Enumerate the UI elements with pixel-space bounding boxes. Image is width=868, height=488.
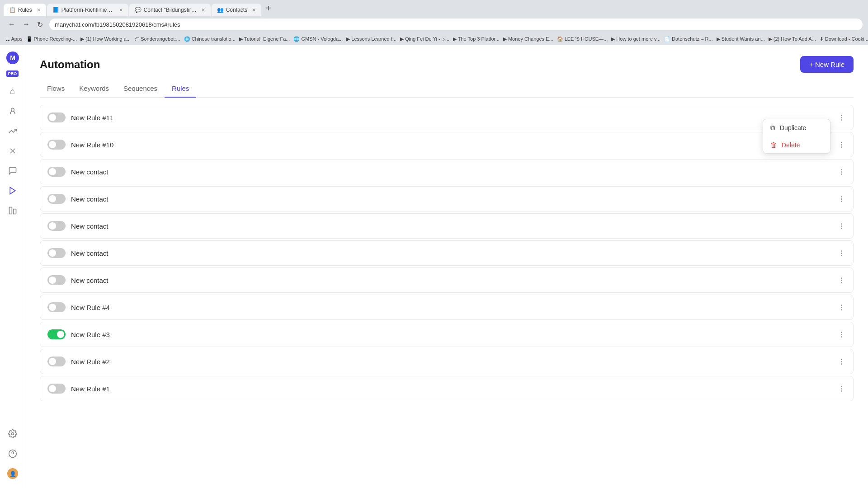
rule-toggle-3[interactable] (47, 329, 66, 339)
rule-name-10: New Rule #10 (71, 141, 832, 149)
rule-menu-button-nc1[interactable] (837, 167, 846, 177)
rule-toggle-nc5[interactable] (47, 275, 66, 285)
app-container: M PRO ⌂ 👤 (0, 45, 868, 488)
svg-point-8 (11, 433, 14, 435)
browser-tab-rules[interactable]: 📋Rules✕ (4, 4, 46, 16)
rule-item-nc3: New contact (40, 213, 854, 239)
rule-name-4: New Rule #4 (71, 304, 832, 311)
bookmark-chinese[interactable]: 🌐 Chinese translatio... (184, 36, 236, 42)
context-menu: ⧉ Duplicate 🗑 Delete (763, 119, 830, 154)
bookmarks-bar: ⚏ Apps 📱 Phone Recycling-... ▶ (1) How W… (0, 33, 868, 45)
new-tab-button[interactable]: + (263, 3, 274, 14)
tab-rules[interactable]: Rules (165, 80, 196, 98)
svg-text:M: M (10, 54, 15, 61)
rule-toggle-11[interactable] (47, 113, 66, 122)
rule-item-4: New Rule #4 (40, 295, 854, 320)
tabs-nav: FlowsKeywordsSequencesRules (40, 80, 854, 98)
context-menu-delete[interactable]: 🗑 Delete (763, 136, 830, 153)
rule-menu-button-2[interactable] (837, 357, 846, 366)
rule-item-2: New Rule #2 (40, 349, 854, 374)
sidebar-icon-messages[interactable] (4, 162, 22, 180)
tab-keywords[interactable]: Keywords (72, 80, 116, 98)
sidebar-icon-help[interactable] (4, 445, 22, 463)
tab-flows[interactable]: Flows (40, 80, 72, 98)
rule-menu-button-11[interactable] (837, 113, 846, 122)
rule-toggle-nc1[interactable] (47, 167, 66, 177)
bookmark-download[interactable]: ⬇ Download - Cooki... (820, 36, 868, 42)
rule-menu-button-nc5[interactable] (837, 276, 846, 285)
rule-item-nc4: New contact (40, 240, 854, 266)
rule-menu-button-10[interactable] (837, 140, 846, 150)
sidebar-icon-integrations[interactable] (4, 142, 22, 160)
rule-item-3: New Rule #3 (40, 322, 854, 347)
sidebar-icon-analytics[interactable] (4, 202, 22, 220)
bookmark-how[interactable]: ▶ (1) How Working a... (80, 36, 131, 42)
main-content: Automation + New Rule FlowsKeywordsSeque… (25, 45, 868, 488)
bookmark-student[interactable]: ▶ Student Wants an... (717, 36, 765, 42)
rule-name-nc4: New contact (71, 249, 832, 257)
bookmark-sonder[interactable]: 🏷 Sonderangebot:... (134, 36, 180, 42)
rule-item-10: New Rule #10 (40, 132, 854, 157)
bookmark-money[interactable]: ▶ Money Changes E... (503, 36, 553, 42)
rule-item-nc1: New contact (40, 159, 854, 184)
reload-button[interactable]: ↻ (34, 19, 46, 31)
bookmark-gmsn[interactable]: 🌐 GMSN - Vologda... (293, 36, 343, 42)
context-menu-duplicate[interactable]: ⧉ Duplicate (763, 119, 830, 136)
sidebar-icon-automation[interactable] (4, 182, 22, 200)
browser-tab-contact[interactable]: 💬Contact "Bildungsfirma" thro...✕ (129, 4, 211, 16)
bookmark-how3[interactable]: ▶ (2) How To Add A... (769, 36, 816, 42)
rule-name-1: New Rule #1 (71, 385, 832, 393)
rule-item-nc2: New contact (40, 186, 854, 211)
new-rule-button[interactable]: + New Rule (800, 56, 854, 73)
rule-toggle-4[interactable] (47, 302, 66, 312)
bookmark-datenschutz[interactable]: 📄 Datenschutz – R... (664, 36, 713, 42)
rule-name-nc1: New contact (71, 168, 832, 176)
rule-menu-button-1[interactable] (837, 384, 846, 394)
rule-toggle-nc4[interactable] (47, 248, 66, 258)
browser-tab-contacts[interactable]: 👥Contacts✕ (212, 4, 261, 16)
sidebar-icon-contacts[interactable] (4, 102, 22, 120)
bookmark-lessons[interactable]: ▶ Lessons Learned f... (346, 36, 396, 42)
rule-name-nc2: New contact (71, 195, 832, 203)
bookmark-tutorial[interactable]: ▶ Tutorial: Eigene Fa... (239, 36, 290, 42)
rule-menu-button-nc2[interactable] (837, 194, 846, 204)
rule-name-11: New Rule #11 (71, 114, 832, 122)
rule-toggle-1[interactable] (47, 384, 66, 394)
rule-toggle-10[interactable] (47, 140, 66, 150)
bookmark-top3[interactable]: ▶ The Top 3 Platfor... (453, 36, 500, 42)
bookmark-phone[interactable]: 📱 Phone Recycling-... (26, 36, 77, 42)
browser-tabs-bar: 📋Rules✕📘Plattform-Richtlinien – Übers...… (0, 0, 868, 16)
rule-menu-button-3[interactable] (837, 330, 846, 339)
rule-item-1: New Rule #1 (40, 376, 854, 401)
tab-sequences[interactable]: Sequences (116, 80, 165, 98)
sidebar-icon-home[interactable]: ⌂ (4, 82, 22, 100)
address-input[interactable]: manychat.com/fb198150208192061​8/cms#rul… (49, 19, 863, 30)
svg-point-2 (11, 108, 14, 111)
rule-toggle-nc2[interactable] (47, 194, 66, 204)
rule-item-11: New Rule #11 ⧉ Duplicate 🗑 Delete (40, 105, 854, 130)
rules-list: New Rule #11 ⧉ Duplicate 🗑 Delete New Ru… (40, 98, 854, 488)
bookmark-how2[interactable]: ▶ How to get more v... (611, 36, 660, 42)
svg-text:👤: 👤 (9, 470, 16, 477)
sidebar-icon-settings[interactable] (4, 425, 22, 443)
forward-button[interactable]: → (20, 19, 33, 31)
delete-icon: 🗑 (770, 141, 777, 149)
address-bar-row: ← → ↻ manychat.com/fb198150208192061​8/c… (0, 16, 868, 33)
sidebar-icon-profile[interactable]: 👤 (4, 465, 22, 483)
svg-marker-5 (10, 188, 15, 194)
rule-menu-button-nc4[interactable] (837, 249, 846, 258)
app-logo[interactable]: M (5, 51, 20, 65)
sidebar-icon-growth[interactable] (4, 122, 22, 140)
rule-toggle-nc3[interactable] (47, 221, 66, 231)
back-button[interactable]: ← (5, 19, 18, 31)
bookmark-qing[interactable]: ▶ Qing Fei De Yi - ▷... (400, 36, 449, 42)
tab-list: 📋Rules✕📘Plattform-Richtlinien – Übers...… (4, 0, 261, 16)
bookmark-apps[interactable]: ⚏ Apps (5, 36, 23, 42)
rule-item-nc5: New contact (40, 267, 854, 293)
browser-tab-plattform[interactable]: 📘Plattform-Richtlinien – Übers...✕ (47, 4, 128, 16)
rule-toggle-2[interactable] (47, 357, 66, 366)
svg-rect-7 (13, 209, 16, 214)
bookmark-lee[interactable]: 🏠 LEE 'S HOUSE—... (557, 36, 608, 42)
rule-menu-button-4[interactable] (837, 303, 846, 312)
rule-menu-button-nc3[interactable] (837, 221, 846, 231)
